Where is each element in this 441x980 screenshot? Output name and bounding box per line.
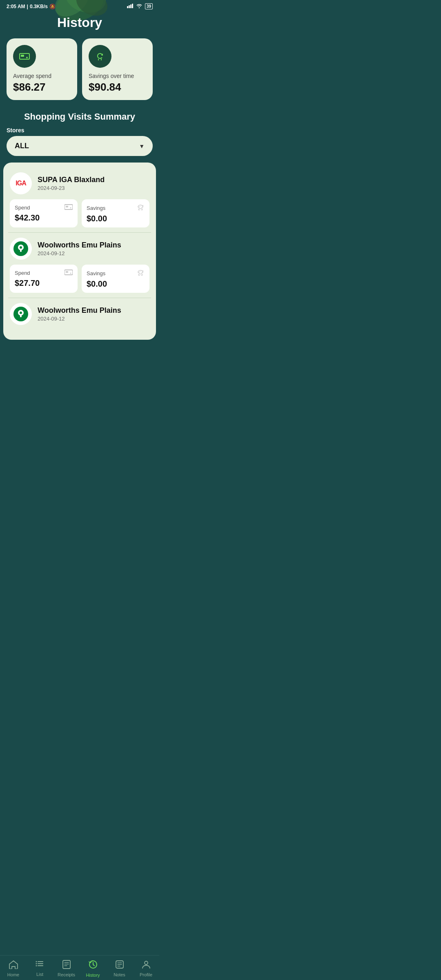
visit-item-2[interactable]: Woolworths Emu Plains 2024-09-12: [8, 298, 151, 335]
average-spend-label: Average spend: [13, 73, 71, 79]
savings-value-0: $0.00: [87, 214, 145, 223]
store-date-0: 2024-09-23: [38, 185, 149, 191]
store-date-2: 2024-09-12: [38, 316, 149, 322]
spend-icon: [13, 45, 36, 68]
svg-rect-21: [66, 271, 68, 273]
time: 2:05 AM: [7, 4, 25, 9]
store-name-0: SUPA IGA Blaxland: [38, 176, 149, 184]
visit-stats-1: Spend $27.70: [10, 265, 149, 293]
svg-rect-6: [127, 6, 128, 8]
stat-header-savings-1: Savings: [87, 269, 145, 278]
stat-header-savings-0: Savings: [87, 203, 145, 212]
store-date-1: 2024-09-12: [38, 250, 149, 256]
svg-point-12: [26, 57, 28, 58]
stat-header-spend-0: Spend: [15, 203, 73, 212]
piggy-icon-0: [136, 203, 145, 212]
section-heading: Shopping Visits Summary: [0, 108, 159, 127]
stores-label: Stores: [0, 127, 159, 136]
spend-card-1: Spend $27.70: [10, 265, 78, 293]
store-info-2: Woolworths Emu Plains 2024-09-12: [38, 306, 149, 322]
visits-list: IGA SUPA IGA Blaxland 2024-09-23 Spend: [3, 163, 156, 340]
average-spend-card: Average spend $86.27: [7, 38, 77, 100]
svg-rect-8: [130, 4, 131, 8]
average-spend-value: $86.27: [13, 81, 71, 94]
piggy-icon-1: [136, 269, 145, 278]
stores-dropdown[interactable]: ALL ▼: [7, 136, 153, 156]
svg-rect-9: [132, 4, 133, 8]
store-info-0: SUPA IGA Blaxland 2024-09-23: [38, 176, 149, 191]
iga-logo: IGA: [10, 172, 32, 194]
summary-row: Average spend $86.27 Savings over time $…: [0, 38, 159, 108]
store-info-1: Woolworths Emu Plains 2024-09-12: [38, 241, 149, 256]
savings-label: Savings over time: [89, 73, 146, 79]
svg-rect-11: [21, 55, 24, 57]
stat-header-spend-1: Spend: [15, 269, 73, 277]
stores-dropdown-container: ALL ▼: [0, 136, 159, 163]
spend-card-0: Spend $42.30: [10, 199, 78, 227]
store-name-2: Woolworths Emu Plains: [38, 306, 149, 315]
signal-icon: [127, 3, 134, 9]
status-bar: 2:05 AM | 0.3KB/s 🔕: [0, 0, 159, 11]
status-right: 39: [127, 3, 153, 9]
status-left: 2:05 AM | 0.3KB/s 🔕: [7, 4, 56, 9]
savings-card-1: Savings $0.00: [82, 265, 149, 293]
page-title: History: [0, 11, 159, 38]
chevron-down-icon: ▼: [139, 143, 145, 149]
network-speed: 0.3KB/s: [30, 4, 48, 9]
wifi-icon: [136, 3, 143, 9]
visit-header-1: Woolworths Emu Plains 2024-09-12: [10, 238, 149, 260]
svg-rect-14: [101, 59, 102, 60]
dropdown-selected: ALL: [15, 142, 29, 150]
svg-rect-13: [98, 59, 99, 60]
savings-value: $90.84: [89, 81, 146, 94]
wallet-icon-0: [65, 203, 73, 212]
wallet-icon-1: [65, 269, 73, 277]
battery-icon: 39: [145, 3, 153, 9]
woolworths-logo-2: [10, 303, 32, 325]
spend-value-1: $27.70: [15, 278, 73, 288]
woolworths-logo-1: [10, 238, 32, 260]
svg-rect-16: [66, 206, 68, 207]
spend-label-0: Spend: [15, 205, 30, 211]
visit-stats-0: Spend $42.30: [10, 199, 149, 227]
visit-item-1[interactable]: Woolworths Emu Plains 2024-09-12 Spend: [8, 232, 151, 298]
visit-item-0[interactable]: IGA SUPA IGA Blaxland 2024-09-23 Spend: [8, 167, 151, 232]
spend-label-1: Spend: [15, 270, 30, 276]
mute-icon: 🔕: [49, 4, 56, 9]
separator: |: [27, 4, 28, 9]
savings-value-1: $0.00: [87, 279, 145, 289]
savings-icon: [89, 45, 111, 68]
visit-header-2: Woolworths Emu Plains 2024-09-12: [10, 303, 149, 325]
svg-point-17: [70, 207, 71, 209]
svg-rect-7: [129, 5, 130, 8]
svg-point-22: [70, 273, 71, 274]
savings-label-1: Savings: [87, 270, 105, 276]
visit-header-0: IGA SUPA IGA Blaxland 2024-09-23: [10, 172, 149, 194]
savings-card: Savings over time $90.84: [82, 38, 153, 100]
savings-card-0: Savings $0.00: [82, 199, 149, 227]
spend-value-0: $42.30: [15, 213, 73, 223]
svg-point-23: [140, 272, 140, 272]
savings-label-0: Savings: [87, 205, 105, 211]
store-name-1: Woolworths Emu Plains: [38, 241, 149, 249]
svg-point-18: [140, 206, 140, 207]
